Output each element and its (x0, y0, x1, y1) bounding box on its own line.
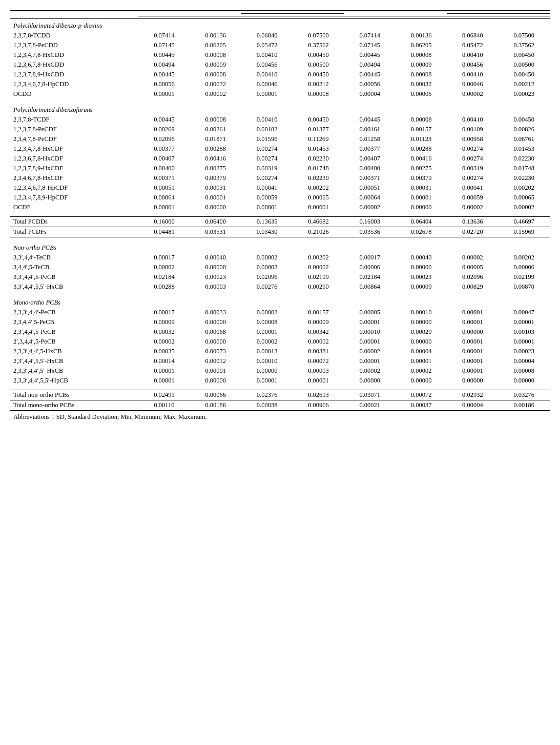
data-cell: 0.06404 (396, 216, 447, 227)
data-cell: 0.00001 (447, 366, 498, 376)
data-cell: 0.02376 (241, 390, 293, 400)
compound-cell: 3,3′,4,4′,5-PeCB (10, 272, 138, 282)
data-cell: 0.00041 (447, 183, 498, 193)
data-cell: 0.00829 (447, 282, 498, 292)
data-cell: 0.00021 (344, 400, 396, 411)
data-cell: 0.00001 (138, 203, 190, 212)
data-cell: 0.00064 (138, 193, 190, 203)
compound-cell: 1,2,3,7,8-PeCDF (10, 125, 138, 134)
data-cell: 0.00023 (499, 89, 550, 99)
data-cell: 0.00041 (241, 183, 293, 193)
data-cell: 0.00073 (190, 347, 241, 356)
data-cell: 0.00826 (499, 125, 550, 134)
data-cell: 0.00001 (447, 347, 498, 356)
compound-cell: 1,2,3,6,7,8-HxCDF (10, 154, 138, 164)
data-cell: 0.01123 (396, 134, 447, 144)
data-cell: 0.00059 (241, 193, 293, 203)
data-cell: 0.00002 (241, 308, 293, 317)
data-cell: 0.00000 (396, 263, 447, 272)
data-cell: 0.00002 (138, 337, 190, 347)
mean1-header (138, 11, 190, 16)
data-cell: 0.00377 (344, 144, 396, 154)
data-cell: 0.00056 (138, 79, 190, 89)
data-cell: 0.00456 (241, 60, 293, 70)
table-container: Polychlorinated dibenzo‑p‑dioxins2,3,7,8… (10, 10, 550, 422)
abbreviations: Abbreviations：SD, Standard Deviation; Mi… (10, 411, 550, 422)
data-cell: 0.01258 (344, 134, 396, 144)
data-cell: 0.00008 (396, 50, 447, 60)
data-cell: 0.03430 (241, 227, 293, 237)
data-cell: 0.00000 (396, 317, 447, 327)
data-cell: 0.00966 (293, 400, 344, 411)
data-cell: 0.02199 (499, 272, 550, 282)
data-cell: 0.00450 (499, 50, 550, 60)
data-cell: 0.02096 (447, 272, 498, 282)
data-cell: 0.00001 (138, 366, 190, 376)
data-cell: 0.00288 (190, 144, 241, 154)
data-cell: 0.00445 (138, 70, 190, 79)
data-cell: 0.00031 (396, 183, 447, 193)
data-cell: 0.00002 (499, 203, 550, 212)
data-cell: 0.02230 (499, 154, 550, 164)
data-cell: 0.00008 (499, 366, 550, 376)
data-cell: 0.00288 (138, 282, 190, 292)
data-cell: 0.00500 (293, 60, 344, 70)
data-cell: 0.00371 (138, 173, 190, 183)
data-cell: 0.03531 (190, 227, 241, 237)
data-cell: 0.00031 (190, 183, 241, 193)
data-cell: 0.00274 (241, 173, 293, 183)
data-cell: 0.00064 (344, 193, 396, 203)
data-cell: 0.00002 (138, 263, 190, 272)
compound-cell: 1,2,3,4,7,8,9-HpCDF (10, 193, 138, 203)
data-cell: 0.00017 (138, 308, 190, 317)
data-cell: 0.00001 (396, 193, 447, 203)
data-cell: 0.01871 (190, 134, 241, 144)
data-cell: 0.00002 (293, 263, 344, 272)
compound-cell: 3,3′,4,4′-TeCB (10, 253, 138, 263)
data-cell: 0.00046 (241, 79, 293, 89)
data-cell: 0.00038 (241, 400, 293, 411)
data-cell: 0.00157 (396, 125, 447, 134)
data-cell: 0.00000 (396, 203, 447, 212)
data-cell: 0.00002 (241, 263, 293, 272)
data-cell: 0.00040 (396, 253, 447, 263)
data-cell: 0.00072 (293, 356, 344, 366)
data-cell: 0.00047 (499, 308, 550, 317)
data-cell: 0.00288 (396, 144, 447, 154)
data-cell: 0.00035 (138, 347, 190, 356)
compound-cell: 2,3,3′,4,4′,5′-HxCB (10, 366, 138, 376)
data-cell: 0.06840 (241, 31, 293, 41)
data-cell: 0.03536 (344, 227, 396, 237)
compound-cell: Total non-ortho PCBs (10, 390, 138, 400)
data-cell: 0.00065 (293, 193, 344, 203)
data-cell: 0.00400 (138, 164, 190, 173)
data-cell: 0.00410 (241, 50, 293, 60)
data-cell: 0.00410 (447, 70, 498, 79)
data-cell: 0.00450 (293, 115, 344, 125)
data-cell: 0.00012 (190, 356, 241, 366)
data-cell: 0.00342 (293, 327, 344, 337)
data-cell: 0.01453 (499, 144, 550, 154)
data-cell: 0.00006 (499, 263, 550, 272)
data-cell: 0.15969 (499, 227, 550, 237)
data-cell: 0.02230 (293, 154, 344, 164)
data-cell: 0.03276 (499, 390, 550, 400)
data-cell: 0.00202 (293, 253, 344, 263)
compound-cell: OCDD (10, 89, 138, 99)
data-cell: 0.00003 (190, 282, 241, 292)
compound-cell: 1,2,3,6,7,8-HxCDD (10, 60, 138, 70)
data-cell: 0.00450 (499, 70, 550, 79)
data-cell: 0.07145 (138, 41, 190, 50)
data-cell: 0.00212 (293, 79, 344, 89)
data-cell: 0.00136 (190, 31, 241, 41)
data-cell: 0.00001 (499, 337, 550, 347)
data-cell: 0.02720 (447, 227, 498, 237)
data-cell: 0.00004 (499, 356, 550, 366)
data-cell: 0.00001 (138, 89, 190, 99)
data-cell: 0.00001 (241, 376, 293, 386)
data-cell: 0.00416 (190, 154, 241, 164)
data-cell: 0.00274 (241, 144, 293, 154)
compound-header (10, 11, 138, 19)
data-cell: 0.13636 (447, 216, 498, 227)
data-cell: 0.02184 (344, 272, 396, 282)
